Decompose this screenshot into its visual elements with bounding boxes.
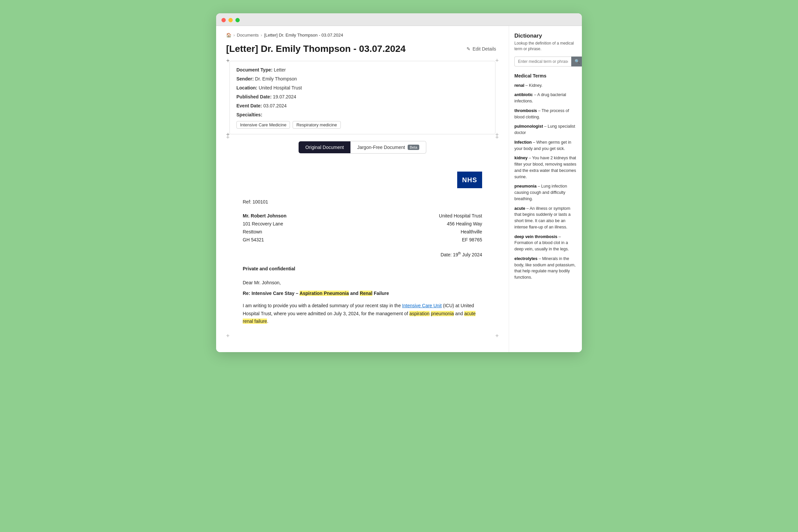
specialty-tag-respiratory: Respiratory medicine <box>292 121 341 129</box>
hospital-addr-2: Healthville <box>460 229 482 234</box>
term-dash: – <box>532 140 536 145</box>
term-item: electrolytes – Minerals in the body, lik… <box>514 256 576 281</box>
beta-badge: Beta <box>407 145 419 150</box>
tabs-wrapper: + + Original Document Jargon-Free Docume… <box>229 141 495 336</box>
page-header: [Letter] Dr. Emily Thompson - 03.07.2024… <box>226 43 499 54</box>
search-input[interactable] <box>514 57 571 66</box>
letter-re-line: Re: Intensive Care Stay – Aspiration Pne… <box>243 290 482 297</box>
term-name: acute <box>514 206 525 211</box>
letter-body: I am writing to provide you with a detai… <box>243 302 482 325</box>
search-row: 🔍 <box>514 57 576 66</box>
term-name: antibiotic <box>514 92 533 97</box>
term-definition: Formation of a blood clot in a deep vein… <box>514 241 569 251</box>
term-dash: – <box>543 124 548 129</box>
main-area: 🏠 › Documents › [Letter] Dr. Emily Thomp… <box>216 26 509 352</box>
breadcrumb-documents[interactable]: Documents <box>237 33 259 38</box>
term-dash: – <box>537 256 542 261</box>
sender-label: Sender: <box>236 76 254 81</box>
medical-terms-title: Medical Terms <box>514 73 576 78</box>
letter-dear: Dear Mr. Johnson, <box>243 279 482 286</box>
letter-document: NHS Ref: 100101 Mr. Robert Johnson 101 R… <box>229 162 495 336</box>
edit-details-button[interactable]: ✎ Edit Details <box>464 45 499 53</box>
patient-address: Mr. Robert Johnson 101 Recovery Lane Res… <box>243 212 286 244</box>
term-item: kidney – You have 2 kidneys that filter … <box>514 155 576 180</box>
search-button[interactable]: 🔍 <box>571 57 582 66</box>
metadata-box: Document Type: Letter Sender: Dr. Emily … <box>229 61 495 134</box>
term-definition: Kidney. <box>529 83 543 88</box>
term-dash: – <box>524 83 529 88</box>
term-dash: – <box>537 184 541 189</box>
letter-addresses: Mr. Robert Johnson 101 Recovery Lane Res… <box>243 212 482 244</box>
patient-addr-3: GH 54321 <box>243 237 264 242</box>
term-dash: – <box>528 156 532 160</box>
term-dash: – <box>537 108 542 113</box>
term-item: pulmonologist – Lung specialist doctor <box>514 124 576 136</box>
terms-list: renal – Kidney.antibiotic – A drug bacte… <box>514 82 576 281</box>
event-date-value: 03.07.2024 <box>263 103 287 108</box>
letter-date: Date: 19th July 2024 <box>243 251 482 258</box>
tab-corner-br: + <box>495 333 499 339</box>
letter-ref: Ref: 100101 <box>243 198 482 206</box>
breadcrumb: 🏠 › Documents › [Letter] Dr. Emily Thomp… <box>226 33 499 38</box>
term-item: renal – Kidney. <box>514 82 576 89</box>
page-title: [Letter] Dr. Emily Thompson - 03.07.2024 <box>226 43 406 54</box>
sender-value: Dr. Emily Thompson <box>255 76 297 81</box>
minimize-button[interactable] <box>228 18 233 22</box>
tab-corner-tr: + <box>495 134 499 140</box>
term-name: kidney <box>514 156 528 160</box>
edit-icon: ✎ <box>467 46 471 52</box>
icu-link[interactable]: Intensive Care Unit <box>402 303 441 308</box>
hospital-address: United Hospital Trust 456 Healing Way He… <box>439 212 482 244</box>
tab-corner-bl: + <box>226 333 230 339</box>
metadata-specialties: Specialties: <box>236 111 489 118</box>
term-item: thrombosis – The process of blood clotti… <box>514 108 576 120</box>
term-item: deep vein thrombosis – Formation of a bl… <box>514 234 576 252</box>
pneumonia-highlight: pneumonia <box>431 311 454 316</box>
hospital-addr-3: EF 98765 <box>462 237 482 242</box>
tab-jargon-free-document[interactable]: Jargon-Free Document Beta <box>350 141 426 154</box>
dictionary-subtitle: Lookup the definition of a medical term … <box>514 41 576 52</box>
jargon-free-label: Jargon-Free Document <box>357 145 405 150</box>
close-button[interactable] <box>222 18 226 22</box>
metadata-document-type: Document Type: Letter <box>236 66 489 74</box>
specialty-tag-icu: Intensive Care Medicine <box>236 121 290 129</box>
breadcrumb-separator-2: › <box>261 33 262 38</box>
sidebar: Dictionary Lookup the definition of a me… <box>509 26 582 352</box>
pub-date-label: Published Date: <box>236 94 272 99</box>
term-item: acute – An illness or symptom that begin… <box>514 206 576 230</box>
term-name: electrolytes <box>514 256 537 261</box>
letter-confidential: Private and confidential <box>243 265 482 272</box>
location-label: Location: <box>236 85 258 91</box>
nhs-logo: NHS <box>457 172 482 188</box>
patient-addr-1: 101 Recovery Lane <box>243 221 283 226</box>
corner-plus-tr: + <box>495 58 499 63</box>
specialties-tags: Intensive Care Medicine Respiratory medi… <box>236 121 489 129</box>
metadata-published-date: Published Date: 19.07.2024 <box>236 93 489 100</box>
browser-chrome <box>216 13 582 26</box>
specialties-label: Specialties: <box>236 112 262 117</box>
aspiration-highlight: aspiration <box>409 311 430 316</box>
metadata-location: Location: United Hospital Trust <box>236 84 489 92</box>
browser-content: 🏠 › Documents › [Letter] Dr. Emily Thomp… <box>216 26 582 352</box>
hospital-name: United Hospital Trust <box>439 213 482 218</box>
term-dash: – <box>533 92 537 97</box>
term-name: pneumonia <box>514 184 537 189</box>
breadcrumb-separator: › <box>233 33 235 38</box>
event-date-label: Event Date: <box>236 103 262 108</box>
patient-addr-2: Resttown <box>243 229 262 234</box>
term-name: pulmonologist <box>514 124 543 129</box>
edit-details-label: Edit Details <box>473 46 496 52</box>
browser-window: 🏠 › Documents › [Letter] Dr. Emily Thomp… <box>216 13 582 352</box>
breadcrumb-current: [Letter] Dr. Emily Thompson - 03.07.2024 <box>264 33 343 38</box>
metadata-sender: Sender: Dr. Emily Thompson <box>236 75 489 82</box>
term-dash: – <box>557 234 560 239</box>
maximize-button[interactable] <box>235 18 240 22</box>
tab-original-document[interactable]: Original Document <box>299 141 350 153</box>
term-name: Infection <box>514 140 532 145</box>
letter-header: NHS <box>243 172 482 188</box>
patient-name: Mr. Robert Johnson <box>243 213 286 218</box>
metadata-event-date: Event Date: 03.07.2024 <box>236 102 489 109</box>
hospital-addr-1: 456 Healing Way <box>447 221 482 226</box>
term-name: renal <box>514 83 524 88</box>
home-icon[interactable]: 🏠 <box>226 33 231 38</box>
